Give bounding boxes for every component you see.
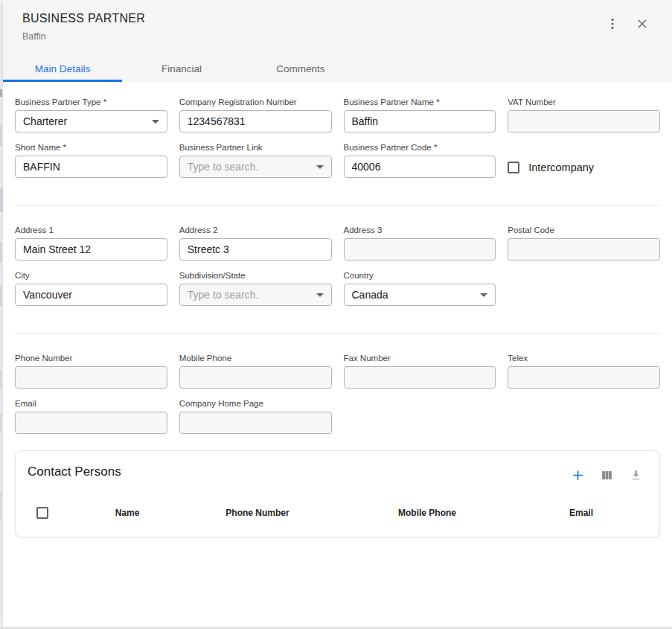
field-label: Phone Number (15, 353, 167, 363)
field-fax-number: Fax Number (344, 353, 496, 389)
email-input[interactable] (15, 412, 167, 434)
tab-bar: Main Details Financial Comments (3, 55, 360, 82)
field-label: Short Name * (15, 142, 167, 153)
field-label: Address 1 (15, 225, 167, 235)
field-intercompany: Intercompany (508, 157, 660, 178)
dropdown-caret-icon (316, 293, 324, 297)
page-edge-fragment (0, 125, 1, 146)
postal-code-input[interactable] (508, 238, 660, 261)
field-label: Fax Number (344, 353, 496, 363)
field-label: Telex (508, 353, 660, 363)
address-3-input[interactable] (344, 238, 496, 261)
business-partner-type-select[interactable]: Charterer (15, 110, 167, 132)
business-partner-link-select[interactable]: Type to search. (179, 156, 332, 178)
panel-header: BUSINESS PARTNER Baffin (3, 0, 672, 82)
mobile-phone-input[interactable] (179, 366, 332, 389)
business-partner-code-input[interactable] (344, 156, 496, 178)
field-business-partner-link: Business Partner Link Type to search. (179, 142, 332, 178)
field-label: Company Registration Number (179, 97, 332, 107)
field-label: Address 2 (179, 225, 332, 235)
field-city: City (15, 270, 167, 306)
download-button[interactable] (627, 466, 644, 484)
address-2-input[interactable] (179, 238, 332, 261)
field-label: Postal Code (508, 225, 660, 235)
subdivision-state-select[interactable]: Type to search. (179, 284, 332, 306)
page-subtitle: Baffin (22, 31, 145, 42)
contact-persons-actions (569, 466, 644, 484)
column-header-name: Name (48, 508, 206, 518)
intercompany-checkbox[interactable] (508, 162, 519, 173)
form-content: Business Partner Type * Charterer Compan… (3, 97, 672, 537)
field-business-partner-type: Business Partner Type * Charterer (15, 97, 167, 132)
field-mobile-phone: Mobile Phone (179, 353, 332, 389)
field-label: Country (344, 270, 496, 281)
business-partner-name-input[interactable] (344, 110, 496, 132)
field-label: Email (15, 398, 167, 409)
field-phone-number: Phone Number (15, 353, 167, 389)
field-business-partner-code: Business Partner Code * (344, 142, 496, 178)
field-email: Email (15, 398, 167, 434)
column-header-phone-number: Phone Number (206, 508, 309, 518)
field-business-partner-name: Business Partner Name * (344, 97, 496, 132)
company-registration-number-input[interactable] (179, 110, 332, 132)
country-select[interactable]: Canada (344, 284, 496, 306)
field-label: Business Partner Code * (344, 142, 496, 153)
tab-main-details[interactable]: Main Details (3, 55, 122, 82)
contact-persons-table-header: Name Phone Number Mobile Phone Email (16, 505, 659, 520)
contact-persons-title: Contact Persons (28, 464, 121, 479)
field-address-3: Address 3 (344, 225, 496, 261)
field-postal-code: Postal Code (508, 225, 660, 261)
field-label: Business Partner Type * (15, 97, 167, 107)
view-columns-button[interactable] (598, 466, 615, 484)
field-label: City (15, 270, 167, 281)
page-edge-fragment (0, 370, 1, 389)
page-edge-fragment (0, 491, 1, 521)
vat-number-input[interactable] (508, 110, 660, 132)
field-label: Mobile Phone (179, 353, 332, 363)
field-label: VAT Number (508, 97, 660, 107)
view-columns-icon (600, 468, 614, 482)
page-edge-fragment (0, 89, 2, 97)
field-address-2: Address 2 (179, 225, 332, 261)
close-button[interactable] (633, 15, 651, 33)
column-header-email: Email (545, 508, 617, 518)
close-icon (635, 16, 650, 31)
empty-grid-cell (508, 270, 660, 306)
field-label: Company Home Page (179, 398, 332, 409)
kebab-menu-icon (605, 16, 620, 31)
address-1-input[interactable] (15, 238, 167, 261)
field-label: Address 3 (344, 225, 496, 235)
add-contact-button[interactable] (569, 466, 586, 484)
header-text: BUSINESS PARTNER Baffin (22, 12, 145, 42)
page-edge-fragment (0, 413, 1, 432)
business-partner-panel: BUSINESS PARTNER Baffin (3, 0, 672, 627)
fax-number-input[interactable] (344, 366, 496, 389)
telex-input[interactable] (508, 366, 660, 389)
empty-grid-cell (508, 398, 660, 434)
kebab-menu-button[interactable] (604, 15, 621, 33)
field-address-1: Address 1 (15, 225, 167, 261)
field-short-name: Short Name * (15, 142, 167, 178)
field-label: Subdivision/State (179, 270, 332, 281)
page-edge-fragment (0, 242, 1, 263)
field-vat-number: VAT Number (508, 97, 660, 132)
tab-comments[interactable]: Comments (241, 55, 360, 82)
company-home-page-input[interactable] (179, 412, 332, 434)
add-icon (571, 468, 585, 482)
column-header-mobile-phone: Mobile Phone (309, 508, 545, 518)
city-input[interactable] (15, 284, 167, 306)
contact-persons-card: Contact Persons (15, 450, 660, 537)
field-country: Country Canada (344, 270, 496, 306)
short-name-input[interactable] (15, 156, 167, 178)
dropdown-caret-icon (480, 293, 487, 297)
download-icon (629, 468, 643, 482)
field-label: Business Partner Link (179, 142, 332, 153)
field-company-home-page: Company Home Page (179, 398, 332, 434)
field-label: Business Partner Name * (344, 97, 496, 107)
select-all-checkbox[interactable] (36, 507, 48, 519)
header-actions (604, 12, 651, 42)
page-edge-fragment (0, 285, 1, 306)
dropdown-caret-icon (152, 120, 159, 124)
tab-financial[interactable]: Financial (122, 55, 241, 82)
phone-number-input[interactable] (15, 366, 167, 389)
